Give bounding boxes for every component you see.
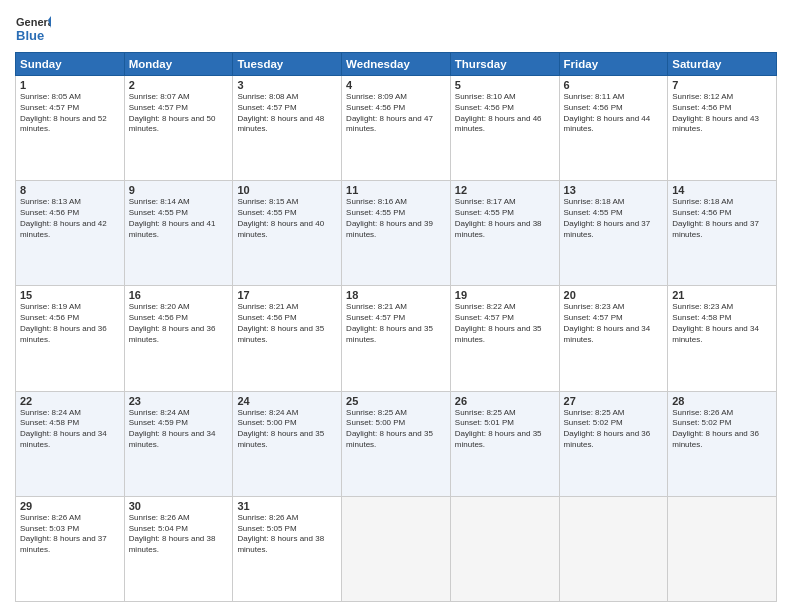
calendar-cell: 27Sunrise: 8:25 AMSunset: 5:02 PMDayligh… — [559, 391, 668, 496]
calendar-cell — [668, 496, 777, 601]
page: General Blue SundayMondayTuesdayWednesda… — [0, 0, 792, 612]
calendar-cell: 17Sunrise: 8:21 AMSunset: 4:56 PMDayligh… — [233, 286, 342, 391]
calendar-cell: 3Sunrise: 8:08 AMSunset: 4:57 PMDaylight… — [233, 76, 342, 181]
logo-container: General Blue — [15, 10, 51, 46]
calendar: SundayMondayTuesdayWednesdayThursdayFrid… — [15, 52, 777, 602]
day-info: Sunrise: 8:26 AMSunset: 5:02 PMDaylight:… — [672, 408, 772, 451]
calendar-cell: 18Sunrise: 8:21 AMSunset: 4:57 PMDayligh… — [342, 286, 451, 391]
calendar-cell: 30Sunrise: 8:26 AMSunset: 5:04 PMDayligh… — [124, 496, 233, 601]
day-number: 4 — [346, 79, 446, 91]
calendar-cell: 14Sunrise: 8:18 AMSunset: 4:56 PMDayligh… — [668, 181, 777, 286]
day-number: 11 — [346, 184, 446, 196]
dow-header: Saturday — [668, 53, 777, 76]
calendar-cell: 22Sunrise: 8:24 AMSunset: 4:58 PMDayligh… — [16, 391, 125, 496]
day-info: Sunrise: 8:10 AMSunset: 4:56 PMDaylight:… — [455, 92, 555, 135]
day-number: 30 — [129, 500, 229, 512]
day-info: Sunrise: 8:11 AMSunset: 4:56 PMDaylight:… — [564, 92, 664, 135]
logo: General Blue — [15, 10, 51, 46]
calendar-cell: 29Sunrise: 8:26 AMSunset: 5:03 PMDayligh… — [16, 496, 125, 601]
day-number: 1 — [20, 79, 120, 91]
calendar-cell: 24Sunrise: 8:24 AMSunset: 5:00 PMDayligh… — [233, 391, 342, 496]
calendar-cell: 28Sunrise: 8:26 AMSunset: 5:02 PMDayligh… — [668, 391, 777, 496]
calendar-cell: 4Sunrise: 8:09 AMSunset: 4:56 PMDaylight… — [342, 76, 451, 181]
day-number: 23 — [129, 395, 229, 407]
day-info: Sunrise: 8:05 AMSunset: 4:57 PMDaylight:… — [20, 92, 120, 135]
day-number: 27 — [564, 395, 664, 407]
day-number: 28 — [672, 395, 772, 407]
day-number: 25 — [346, 395, 446, 407]
day-info: Sunrise: 8:21 AMSunset: 4:56 PMDaylight:… — [237, 302, 337, 345]
calendar-body: 1Sunrise: 8:05 AMSunset: 4:57 PMDaylight… — [16, 76, 777, 602]
day-of-week-row: SundayMondayTuesdayWednesdayThursdayFrid… — [16, 53, 777, 76]
day-info: Sunrise: 8:26 AMSunset: 5:05 PMDaylight:… — [237, 513, 337, 556]
calendar-cell: 13Sunrise: 8:18 AMSunset: 4:55 PMDayligh… — [559, 181, 668, 286]
dow-header: Monday — [124, 53, 233, 76]
calendar-week-row: 22Sunrise: 8:24 AMSunset: 4:58 PMDayligh… — [16, 391, 777, 496]
calendar-cell: 1Sunrise: 8:05 AMSunset: 4:57 PMDaylight… — [16, 76, 125, 181]
svg-text:Blue: Blue — [16, 28, 44, 43]
day-info: Sunrise: 8:24 AMSunset: 4:58 PMDaylight:… — [20, 408, 120, 451]
day-info: Sunrise: 8:21 AMSunset: 4:57 PMDaylight:… — [346, 302, 446, 345]
day-number: 19 — [455, 289, 555, 301]
day-number: 17 — [237, 289, 337, 301]
day-number: 9 — [129, 184, 229, 196]
day-number: 5 — [455, 79, 555, 91]
day-number: 12 — [455, 184, 555, 196]
calendar-cell: 16Sunrise: 8:20 AMSunset: 4:56 PMDayligh… — [124, 286, 233, 391]
day-number: 7 — [672, 79, 772, 91]
day-info: Sunrise: 8:12 AMSunset: 4:56 PMDaylight:… — [672, 92, 772, 135]
day-number: 15 — [20, 289, 120, 301]
calendar-cell: 25Sunrise: 8:25 AMSunset: 5:00 PMDayligh… — [342, 391, 451, 496]
day-info: Sunrise: 8:16 AMSunset: 4:55 PMDaylight:… — [346, 197, 446, 240]
day-number: 26 — [455, 395, 555, 407]
calendar-week-row: 29Sunrise: 8:26 AMSunset: 5:03 PMDayligh… — [16, 496, 777, 601]
logo-svg: General Blue — [15, 10, 51, 46]
dow-header: Tuesday — [233, 53, 342, 76]
day-info: Sunrise: 8:25 AMSunset: 5:00 PMDaylight:… — [346, 408, 446, 451]
dow-header: Wednesday — [342, 53, 451, 76]
day-info: Sunrise: 8:20 AMSunset: 4:56 PMDaylight:… — [129, 302, 229, 345]
calendar-cell: 31Sunrise: 8:26 AMSunset: 5:05 PMDayligh… — [233, 496, 342, 601]
logo-graphic: General Blue — [15, 10, 51, 46]
calendar-cell — [342, 496, 451, 601]
day-info: Sunrise: 8:07 AMSunset: 4:57 PMDaylight:… — [129, 92, 229, 135]
calendar-cell: 8Sunrise: 8:13 AMSunset: 4:56 PMDaylight… — [16, 181, 125, 286]
day-info: Sunrise: 8:15 AMSunset: 4:55 PMDaylight:… — [237, 197, 337, 240]
day-number: 14 — [672, 184, 772, 196]
calendar-week-row: 1Sunrise: 8:05 AMSunset: 4:57 PMDaylight… — [16, 76, 777, 181]
calendar-cell: 26Sunrise: 8:25 AMSunset: 5:01 PMDayligh… — [450, 391, 559, 496]
calendar-cell: 19Sunrise: 8:22 AMSunset: 4:57 PMDayligh… — [450, 286, 559, 391]
day-info: Sunrise: 8:18 AMSunset: 4:56 PMDaylight:… — [672, 197, 772, 240]
header: General Blue — [15, 10, 777, 46]
calendar-cell — [559, 496, 668, 601]
day-info: Sunrise: 8:22 AMSunset: 4:57 PMDaylight:… — [455, 302, 555, 345]
day-number: 20 — [564, 289, 664, 301]
day-info: Sunrise: 8:09 AMSunset: 4:56 PMDaylight:… — [346, 92, 446, 135]
day-number: 6 — [564, 79, 664, 91]
day-info: Sunrise: 8:17 AMSunset: 4:55 PMDaylight:… — [455, 197, 555, 240]
day-number: 29 — [20, 500, 120, 512]
calendar-week-row: 15Sunrise: 8:19 AMSunset: 4:56 PMDayligh… — [16, 286, 777, 391]
day-number: 21 — [672, 289, 772, 301]
dow-header: Friday — [559, 53, 668, 76]
day-number: 16 — [129, 289, 229, 301]
dow-header: Sunday — [16, 53, 125, 76]
calendar-cell: 9Sunrise: 8:14 AMSunset: 4:55 PMDaylight… — [124, 181, 233, 286]
day-number: 8 — [20, 184, 120, 196]
calendar-cell: 6Sunrise: 8:11 AMSunset: 4:56 PMDaylight… — [559, 76, 668, 181]
calendar-cell: 7Sunrise: 8:12 AMSunset: 4:56 PMDaylight… — [668, 76, 777, 181]
calendar-cell: 12Sunrise: 8:17 AMSunset: 4:55 PMDayligh… — [450, 181, 559, 286]
calendar-cell: 15Sunrise: 8:19 AMSunset: 4:56 PMDayligh… — [16, 286, 125, 391]
day-info: Sunrise: 8:24 AMSunset: 5:00 PMDaylight:… — [237, 408, 337, 451]
calendar-cell: 5Sunrise: 8:10 AMSunset: 4:56 PMDaylight… — [450, 76, 559, 181]
day-number: 18 — [346, 289, 446, 301]
day-info: Sunrise: 8:24 AMSunset: 4:59 PMDaylight:… — [129, 408, 229, 451]
day-info: Sunrise: 8:26 AMSunset: 5:03 PMDaylight:… — [20, 513, 120, 556]
day-info: Sunrise: 8:18 AMSunset: 4:55 PMDaylight:… — [564, 197, 664, 240]
day-info: Sunrise: 8:13 AMSunset: 4:56 PMDaylight:… — [20, 197, 120, 240]
day-number: 10 — [237, 184, 337, 196]
day-info: Sunrise: 8:23 AMSunset: 4:57 PMDaylight:… — [564, 302, 664, 345]
day-number: 22 — [20, 395, 120, 407]
day-number: 3 — [237, 79, 337, 91]
day-info: Sunrise: 8:25 AMSunset: 5:01 PMDaylight:… — [455, 408, 555, 451]
